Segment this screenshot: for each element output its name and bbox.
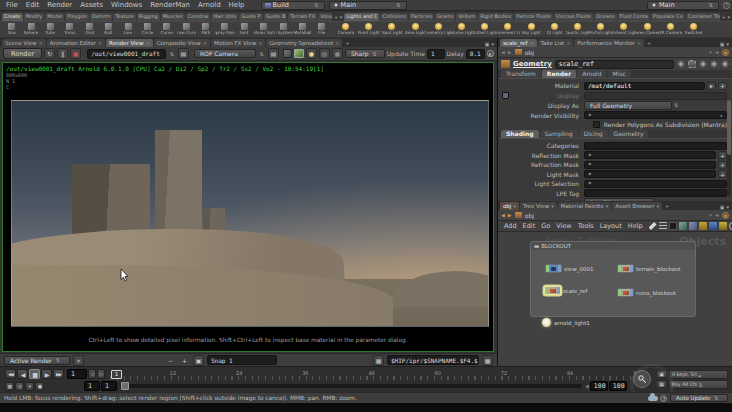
realtime-toggle-icon[interactable]: ● — [35, 382, 44, 391]
path-text[interactable]: obj — [525, 49, 534, 56]
cloud-icon[interactable] — [648, 396, 658, 401]
render-button[interactable]: Render — [3, 48, 42, 59]
add-pane-tab-icon[interactable]: + — [343, 39, 351, 47]
snapshot-path-field[interactable]: $HIP/ipr/$SNAPNAME.$F4.$ — [387, 355, 479, 365]
snapshot-a-icon[interactable] — [283, 49, 293, 58]
range-arrow-icon[interactable]: ◀ — [585, 383, 589, 389]
range-slider-handle[interactable] — [121, 382, 129, 390]
spinner-icon[interactable]: ⇅ — [394, 2, 402, 8]
prev-frame-icon[interactable]: ◁ — [88, 369, 96, 379]
keys-info-dropdown[interactable]: 0 keys, 5/0 channels▴ — [669, 370, 728, 379]
last-frame-button[interactable]: ▶▶ — [53, 369, 64, 379]
shelf-tool[interactable]: Font — [235, 22, 254, 37]
snap-name-field[interactable]: Snap 1 — [207, 355, 277, 365]
link-icon[interactable]: ◉ — [722, 49, 729, 56]
param-help-icon[interactable] — [721, 60, 729, 68]
shelf-tool[interactable]: Torus — [60, 22, 79, 37]
shelf-tab[interactable]: Populate Co — [651, 13, 685, 21]
shelf-tool[interactable]: Volume Light — [450, 22, 473, 37]
menu-item[interactable]: View — [553, 222, 574, 230]
spinner-icon[interactable]: ⇅ — [312, 2, 320, 8]
shelf-tool[interactable]: Sky Light — [520, 22, 543, 37]
shelf-tool[interactable]: Sphere — [21, 22, 40, 37]
shelf-tool[interactable]: File — [312, 22, 331, 37]
pane-menu-icon[interactable]: ▾ — [726, 204, 729, 210]
param-subtab[interactable]: Shading — [501, 130, 539, 138]
shelf-tab[interactable]: Hair Utils — [211, 13, 238, 21]
shelf-add-icon[interactable]: + ▾ — [720, 13, 732, 21]
shelf-tab[interactable]: Modify — [24, 13, 45, 21]
render-help-icon[interactable]: ◐ — [487, 50, 494, 57]
shelf-tab[interactable]: Vellum — [456, 13, 477, 21]
lpe-tag-field[interactable] — [584, 189, 727, 197]
gear-icon[interactable] — [677, 60, 685, 68]
play-reverse-button[interactable]: ◀ — [17, 369, 28, 379]
camera-dropdown[interactable]: ROP Camera — [194, 49, 256, 58]
menu-item[interactable]: File — [2, 1, 22, 9]
shelf-tab[interactable]: Terrain FX — [288, 13, 317, 21]
param-subtab[interactable]: Sampling — [540, 130, 578, 138]
timeline-ruler[interactable]: 1224364860728496 1 — [110, 369, 650, 380]
pane-tab[interactable]: Material Palette ▾ — [558, 202, 612, 210]
pane-tab[interactable]: Geometry Spreadsheet × — [266, 39, 342, 47]
back-icon[interactable]: ◀ — [501, 49, 505, 55]
menu-item[interactable]: RenderMan — [146, 1, 194, 9]
display-flag-icon[interactable] — [669, 222, 677, 230]
range-end2-field[interactable]: 100 — [609, 381, 627, 391]
shelf-tab[interactable]: Guide P — [239, 13, 262, 21]
shelf-tab[interactable]: Muscles — [161, 13, 185, 21]
magnifier-icon[interactable]: ◎ — [319, 48, 330, 59]
render-display-area[interactable]: /out/view0001_draft Arnold 6.0.1.0 [CPU]… — [2, 62, 494, 352]
notes-icon[interactable] — [719, 222, 727, 230]
pin-icon[interactable]: ➔ — [715, 49, 719, 55]
pane-tab[interactable]: Scene View × — [2, 39, 46, 47]
shelf-tool[interactable]: Tube — [41, 22, 60, 37]
menu-item[interactable]: Edit — [520, 222, 539, 230]
shelf-tab[interactable]: Lights and C — [344, 13, 379, 21]
menu-item[interactable]: Arnold — [194, 1, 225, 9]
shelf-tab[interactable]: Volume — [318, 13, 332, 21]
shelf-tool[interactable]: GI Light — [543, 22, 566, 37]
shelf-tab[interactable]: Grains — [435, 13, 455, 21]
current-frame-field[interactable]: 1 — [67, 369, 87, 379]
wrench-icon[interactable] — [649, 222, 657, 230]
pause-icon[interactable]: ‖ — [57, 48, 68, 59]
top-right-selector[interactable]: Main ⇅ — [647, 1, 719, 10]
shelf-add-icon[interactable]: + ▾ — [332, 13, 344, 21]
close-icon[interactable]: × — [258, 40, 262, 46]
node-view-0001[interactable]: view_0001 — [545, 264, 593, 273]
save-icon[interactable]: ▦ — [373, 355, 384, 366]
zoom-out-icon[interactable]: − — [165, 355, 176, 366]
desktop-selector[interactable]: Build ⇅ — [261, 1, 325, 10]
op-chooser-icon[interactable]: + — [718, 161, 727, 169]
param-tab[interactable]: Misc — [608, 70, 631, 78]
close-icon[interactable]: × — [39, 40, 43, 46]
close-icon[interactable]: × — [335, 40, 339, 46]
shelf-tool[interactable]: Portal Light — [589, 22, 612, 37]
pane-maximize-icon[interactable]: ▣ — [485, 41, 490, 47]
pane-tab-menu-icon[interactable]: ▾ — [513, 203, 516, 209]
close-icon[interactable]: × — [98, 40, 102, 46]
key-all-channels-dropdown[interactable]: Key All Channels⇅ — [669, 380, 728, 389]
pane-tab[interactable]: scale_ref × — [500, 39, 537, 47]
pane-tab[interactable]: Render View × — [106, 39, 153, 47]
list-icon[interactable] — [659, 222, 667, 230]
shelf-tab[interactable]: Deform — [90, 13, 113, 21]
rop-path-field[interactable]: /out/view0001_draft — [87, 49, 166, 59]
playhead[interactable]: 1 — [111, 370, 122, 379]
shelf-tool[interactable]: Caustic Light — [566, 22, 589, 37]
add-pane-tab-icon[interactable]: + — [663, 202, 671, 210]
shelf-tool[interactable]: Circle — [138, 22, 157, 37]
performance-icon[interactable]: ▾ — [25, 382, 34, 391]
auto-update-dropdown[interactable]: Auto Update ⇅ — [670, 394, 728, 402]
menu-item[interactable]: Tools — [575, 222, 597, 230]
jump-node-icon[interactable] — [710, 60, 718, 68]
add-pane-tab-icon[interactable]: + — [645, 39, 653, 47]
bulb-icon[interactable]: ● — [306, 48, 317, 59]
shelf-tool[interactable]: Spot Light — [380, 22, 403, 37]
shelf-tab[interactable]: Guide B — [264, 13, 288, 21]
spinner-icon[interactable]: ⇅ — [672, 102, 680, 108]
shelf-tool[interactable]: Camera — [334, 22, 357, 37]
shelf-tool[interactable]: Stereo Camera — [635, 22, 658, 37]
shelf-tool[interactable]: Geometry Light — [427, 22, 450, 37]
